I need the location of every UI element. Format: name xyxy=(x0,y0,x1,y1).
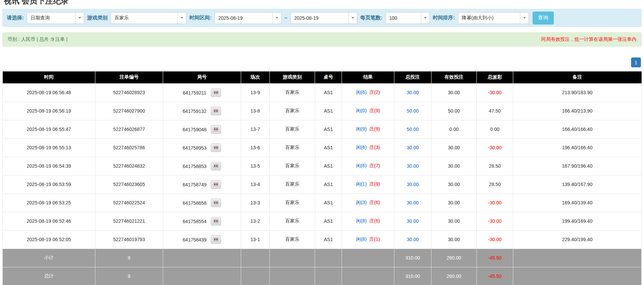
cell-table-no: AS1 xyxy=(315,194,342,212)
sort-order-select[interactable]: 降幂(由大到小) xyxy=(458,12,529,24)
cell-result: 闲(6) 庄(3) xyxy=(342,138,394,157)
cell-table-no: AS1 xyxy=(315,120,342,138)
banker-result: 庄(9) xyxy=(369,181,380,187)
cell-note: 213.90/183.90 xyxy=(513,83,641,102)
cell-valid-bet: 30.00 xyxy=(431,230,476,249)
cell-valid-bet: 30.00 xyxy=(431,175,476,194)
banker-result: 庄(3) xyxy=(369,145,380,150)
round-id-text: 641758853 xyxy=(183,163,206,169)
header-time: 时间 xyxy=(3,71,95,83)
cell-result: 闲(6) 庄(7) xyxy=(342,157,394,175)
round-id-text: 641758554 xyxy=(183,218,206,224)
cell-time: 2025-08-19 06:56:19 xyxy=(3,102,95,120)
cell-round-id: 641758554 xyxy=(163,212,241,230)
cell-table-no: AS1 xyxy=(315,83,342,102)
cell-total-bet[interactable]: 30.00 xyxy=(394,83,431,102)
page-1-button[interactable]: 1 xyxy=(631,57,641,67)
per-page-select[interactable]: 100 xyxy=(386,12,430,24)
query-type-value: 日期查询 xyxy=(31,15,50,21)
cell-result: 闲(1) 庄(9) xyxy=(342,175,394,194)
round-id-text: 641758439 xyxy=(183,237,206,242)
banker-result: 庄(9) xyxy=(369,126,380,132)
cell-time: 2025-08-19 06:55:47 xyxy=(3,120,95,138)
player-result: 闲(0) xyxy=(356,108,366,113)
cell-result: 闲(0) 庄(9) xyxy=(342,102,394,120)
game-type-value: 百家乐 xyxy=(114,15,129,21)
empty-cell xyxy=(315,249,342,267)
round-id-text: 641758658 xyxy=(183,200,206,205)
date-from-value: 2025-08-19 xyxy=(218,15,243,21)
cell-time: 2025-08-19 06:53:25 xyxy=(3,194,95,212)
game-result-icon[interactable] xyxy=(211,88,221,97)
cell-bet-id: 522746023605 xyxy=(95,175,163,194)
table-header-row: 时间 注单编号 局号 场次 游戏类别 桌号 结果 总投注 有效投注 总派彩 备注 xyxy=(3,71,642,83)
cell-valid-bet: 30.00 xyxy=(431,138,476,157)
cell-round-id: 641758853 xyxy=(163,157,241,175)
banker-result: 庄(1) xyxy=(369,236,380,242)
table-row: 2025-08-19 06:53:25 522746022524 6417586… xyxy=(3,194,642,212)
player-result: 闲(8) xyxy=(356,236,366,242)
table-row: 2025-08-19 06:53:59 522746023605 6417587… xyxy=(3,175,642,194)
table-row: 2025-08-19 06:56:19 522746027900 6417591… xyxy=(3,102,642,120)
empty-cell xyxy=(342,249,394,267)
cell-table-no: AS1 xyxy=(315,212,342,230)
game-result-icon[interactable] xyxy=(211,162,221,170)
game-type-select[interactable]: 百家乐 xyxy=(111,12,186,24)
cell-game-type: 百家乐 xyxy=(270,212,315,230)
game-result-icon[interactable] xyxy=(211,199,221,207)
banker-result: 庄(6) xyxy=(369,200,380,205)
subtotal-valid-bet: 260.00 xyxy=(431,249,476,267)
cell-total-bet[interactable]: 30.00 xyxy=(394,212,431,230)
game-result-icon[interactable] xyxy=(211,217,221,225)
cell-valid-bet: 30.00 xyxy=(431,212,476,230)
total-total-bet: 310.00 xyxy=(394,267,431,285)
player-result: 闲(9) xyxy=(356,126,366,132)
cell-note: 139.40/167.90 xyxy=(513,175,641,194)
cell-payout: -30.00 xyxy=(476,212,513,230)
cell-bet-id: 522746024832 xyxy=(95,157,163,175)
total-payout: -45.50 xyxy=(476,267,513,285)
date-to-select[interactable]: 2025-08-19 xyxy=(290,12,357,24)
cell-total-bet[interactable]: 30.00 xyxy=(394,194,431,212)
header-result: 结果 xyxy=(342,71,394,83)
cell-total-bet[interactable]: 30.00 xyxy=(394,230,431,249)
game-result-icon[interactable] xyxy=(211,125,221,134)
cell-game-type: 百家乐 xyxy=(270,138,315,157)
per-page-value: 100 xyxy=(389,15,397,21)
cell-note: 229.40/199.40 xyxy=(513,230,641,249)
cell-bet-id: 522746026877 xyxy=(95,120,163,138)
game-result-icon[interactable] xyxy=(211,107,221,115)
cell-note: 166.40/166.40 xyxy=(513,120,641,138)
cell-round-id: 641758658 xyxy=(163,194,241,212)
date-from-select[interactable]: 2025-08-19 xyxy=(215,12,281,24)
cell-session: 13-3 xyxy=(241,194,269,212)
page-title: 视讯 会员下注纪录 xyxy=(4,0,642,6)
cell-valid-bet: 30.00 xyxy=(431,83,476,102)
cell-payout: 28.50 xyxy=(476,157,513,175)
game-result-icon[interactable] xyxy=(211,180,221,189)
search-button[interactable]: 查询 xyxy=(533,12,554,24)
subtotal-count: 9 xyxy=(95,249,163,267)
cell-valid-bet: 50.00 xyxy=(431,102,476,120)
cell-total-bet[interactable]: 30.00 xyxy=(394,138,431,157)
cell-payout: 0.00 xyxy=(476,120,513,138)
cell-bet-id: 522746019793 xyxy=(95,230,163,249)
empty-cell xyxy=(163,249,241,267)
cell-total-bet[interactable]: 50.00 xyxy=(394,120,431,138)
cell-valid-bet: 30.00 xyxy=(431,157,476,175)
cell-round-id: 641759211 xyxy=(163,83,241,102)
cell-bet-id: 522746025786 xyxy=(95,138,163,157)
total-label: 总计 xyxy=(3,267,95,285)
cell-payout: -30.00 xyxy=(476,83,513,102)
cell-total-bet[interactable]: 30.00 xyxy=(394,175,431,194)
player-result: 闲(3) xyxy=(356,200,366,205)
cell-game-type: 百家乐 xyxy=(270,230,315,249)
player-result: 闲(6) xyxy=(356,89,366,95)
game-result-icon[interactable] xyxy=(211,235,221,244)
cell-total-bet[interactable]: 30.00 xyxy=(394,157,431,175)
query-type-select[interactable]: 日期查询 xyxy=(27,12,84,24)
game-result-icon[interactable] xyxy=(211,144,221,152)
round-id-text: 641759048 xyxy=(183,127,206,132)
cell-total-bet[interactable]: 50.00 xyxy=(394,102,431,120)
chevron-down-icon xyxy=(520,13,529,23)
